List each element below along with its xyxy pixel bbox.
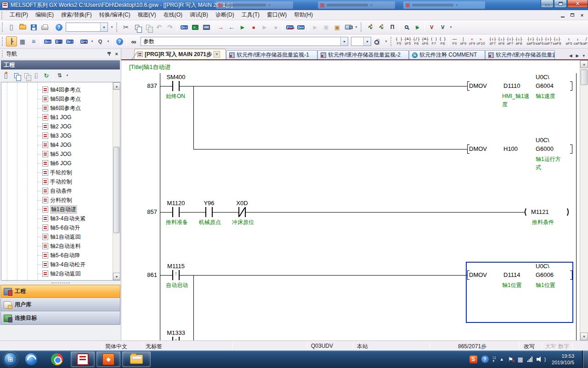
- verify-low-button[interactable]: [426, 22, 437, 32]
- dropdown-arrow-icon[interactable]: ▾: [65, 71, 70, 80]
- taskbar-app-browser[interactable]: [19, 351, 43, 367]
- ladder-symbol-cF9-button[interactable]: ✕cF9: [468, 36, 476, 47]
- tray-help-icon[interactable]: [481, 356, 489, 363]
- toolbar-grip[interactable]: [2, 23, 4, 32]
- tree-item-自动条件[interactable]: 自动条件: [1, 186, 113, 196]
- document-tab[interactable]: 软元件/缓冲存储器批量监视-1: [226, 50, 317, 59]
- tree-item-轴1 JOG[interactable]: 轴1 JOG: [1, 113, 113, 122]
- window-close-button[interactable]: ✕: [567, 0, 588, 8]
- combo-dropdown-icon[interactable]: ▼: [363, 37, 371, 46]
- tree-item-轴5 JOG[interactable]: 轴5 JOG: [1, 150, 113, 159]
- window-cascade-button[interactable]: [332, 22, 343, 32]
- disabled-tool-1[interactable]: [310, 22, 321, 32]
- menu-item[interactable]: 编辑(E): [32, 10, 57, 20]
- tab-scroll-right-icon[interactable]: ▶: [575, 53, 581, 58]
- start-button[interactable]: ⊞: [4, 352, 17, 366]
- pin-icon[interactable]: [107, 51, 112, 57]
- pulse-trace-button[interactable]: [387, 22, 398, 32]
- nav-view-button-工程[interactable]: 工程: [0, 285, 120, 298]
- monitor-start-button[interactable]: [237, 22, 248, 32]
- disabled-tool-2[interactable]: [321, 22, 332, 32]
- print-button[interactable]: [39, 22, 50, 32]
- volume-icon[interactable]: [537, 356, 543, 362]
- menu-item[interactable]: 窗口(W): [263, 10, 290, 20]
- device-table-button[interactable]: [53, 36, 64, 46]
- ladder-symbol-F9-button[interactable]: ──F9: [450, 36, 459, 47]
- device-search-button[interactable]: [95, 36, 106, 46]
- help-2-button[interactable]: [114, 36, 125, 46]
- taskbar-app-chrome[interactable]: [45, 351, 69, 367]
- doc-preview-button[interactable]: [373, 36, 384, 46]
- navigation-toggle-button[interactable]: [6, 36, 17, 46]
- tree-item-轴5-6自动升[interactable]: 轴5-6自动升: [1, 223, 113, 232]
- tray-expand-icon[interactable]: ▲: [500, 357, 504, 362]
- sampling-trace-button[interactable]: [365, 22, 376, 32]
- tree-item-轴2自动送料[interactable]: 轴2自动送料: [1, 242, 113, 251]
- device-display-toggle[interactable]: [79, 36, 90, 46]
- help-button[interactable]: [53, 22, 64, 32]
- find-button[interactable]: [128, 36, 139, 46]
- ladder-symbol-aF7-button[interactable]: ┤↑├aF7: [506, 36, 514, 47]
- dropdown-arrow-icon[interactable]: ▾: [90, 37, 95, 46]
- taskbar-app-gxworks[interactable]: [71, 351, 95, 367]
- menu-item[interactable]: 帮助(H): [290, 10, 317, 20]
- tab-close-icon[interactable]: ✕: [214, 51, 220, 58]
- toolbar-grip[interactable]: [116, 23, 119, 32]
- monitor-start-disabled[interactable]: [259, 22, 270, 32]
- device-test-button[interactable]: [190, 22, 201, 32]
- action-center-icon[interactable]: ⚑: [508, 356, 514, 363]
- device-comment-button[interactable]: [179, 22, 190, 32]
- toolbar-overflow-icon[interactable]: ▾: [384, 37, 389, 46]
- tree-item-轴2自动返回[interactable]: 轴2自动返回: [1, 269, 113, 278]
- combo-dropdown-icon[interactable]: ▼: [340, 37, 348, 46]
- ladder-symbol-saF6-button[interactable]: ┤↓├saF6: [535, 36, 544, 47]
- toolbar-grip[interactable]: [2, 37, 4, 46]
- tree-item-分料控制[interactable]: 分料控制: [1, 196, 113, 205]
- ladder-symbol-aF5-button[interactable]: ↑aF5: [565, 36, 573, 47]
- ladder-symbol-saF5-button[interactable]: ┤↑├saF5: [526, 36, 535, 47]
- menu-item[interactable]: 转换/编译(C): [96, 10, 134, 20]
- write-to-plc-button[interactable]: [215, 22, 226, 32]
- device-network-button[interactable]: [64, 36, 75, 46]
- nav-copy-button[interactable]: [11, 71, 21, 80]
- editor-scroll-down[interactable]: ▼: [580, 333, 588, 340]
- nav-view-button-连接目标[interactable]: 连接目标: [0, 311, 120, 325]
- ladder-symbol-sF9-button[interactable]: │sF9: [459, 36, 468, 47]
- mdi-minimize-button[interactable]: [559, 12, 567, 18]
- target-combo[interactable]: 参数▼: [141, 37, 348, 46]
- redo-button[interactable]: [164, 22, 175, 32]
- tab-overflow-icon[interactable]: ▾: [581, 53, 586, 58]
- tree-item-轴5-6自动降[interactable]: 轴5-6自动降: [1, 251, 113, 260]
- new-project-button[interactable]: [6, 22, 17, 32]
- menu-item[interactable]: 在线(O): [160, 10, 186, 20]
- ladder-symbol-saF8-button[interactable]: ┤↓├saF8: [553, 36, 561, 47]
- tree-item-手动控制[interactable]: 手动控制: [1, 177, 113, 186]
- nav-paste-button[interactable]: [21, 71, 31, 80]
- tree-scroll-thumb[interactable]: [113, 147, 119, 233]
- mdi-close-button[interactable]: ×: [578, 12, 586, 18]
- ladder-symbol-saF7-button[interactable]: ┤↑├saF7: [544, 36, 553, 47]
- editor-scroll-thumb[interactable]: [581, 69, 588, 85]
- ladder-symbol-sF7-button[interactable]: ┤↑├sF7: [488, 36, 497, 47]
- ladder-symbol-sF6-button[interactable]: ┤╧├sF6: [421, 36, 430, 47]
- read-from-plc-button[interactable]: [226, 22, 237, 32]
- taskbar-app-tool[interactable]: ◆: [96, 351, 120, 367]
- menu-item[interactable]: 诊断(D): [212, 10, 238, 20]
- tree-scroll-up[interactable]: ▲: [113, 82, 120, 90]
- device-batch-monitor-button[interactable]: [284, 22, 295, 32]
- document-tab[interactable]: 软元件注释 COMMENT: [409, 50, 485, 59]
- tab-scroll-left-icon[interactable]: ◀: [568, 53, 574, 58]
- ladder-canvas[interactable]: [Title]轴1自动进837857861SM400始终ONM1120推料准备Y…: [121, 60, 579, 340]
- ladder-symbol-cF10-button[interactable]: ✕cF10: [476, 36, 485, 47]
- copy-button[interactable]: [131, 22, 142, 32]
- mdi-restore-button[interactable]: [568, 12, 577, 18]
- combo-dropdown-icon[interactable]: ▼: [100, 23, 107, 31]
- toolbar-overflow-icon[interactable]: ▾: [354, 23, 359, 32]
- save-project-button[interactable]: [28, 22, 39, 32]
- tray-window-icon[interactable]: ❏▾: [493, 356, 496, 362]
- quick-search-combo[interactable]: ▼: [66, 23, 108, 32]
- ladder-symbol-F7-button[interactable]: ( )F7: [430, 36, 438, 47]
- paste-button[interactable]: [142, 22, 153, 32]
- tree-item-轴3-4自动夹紧[interactable]: 轴3-4自动夹紧: [1, 214, 113, 223]
- nav-property-button[interactable]: [31, 71, 41, 80]
